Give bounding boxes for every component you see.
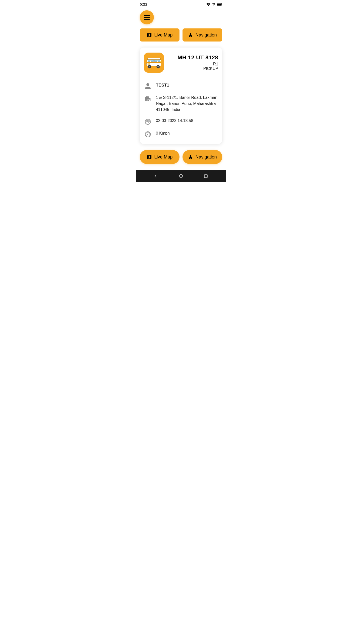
hamburger-icon	[144, 15, 150, 20]
vehicle-route: R1	[168, 62, 218, 66]
svg-rect-18	[160, 61, 161, 62]
battery-icon	[217, 3, 222, 6]
svg-rect-19	[146, 64, 147, 65]
top-live-map-button[interactable]: Live Map	[140, 28, 179, 42]
status-time: 5:22	[140, 2, 147, 6]
svg-rect-4	[144, 17, 150, 18]
speed-icon-wrap	[144, 131, 152, 138]
svg-rect-3	[144, 15, 150, 16]
driver-name: TEST1	[156, 82, 218, 89]
address-text: 1 & S-112/1, Baner Road, Laxman Nagar, B…	[156, 95, 218, 113]
home-button[interactable]	[178, 173, 184, 179]
bus-icon-wrapper	[144, 53, 164, 73]
svg-rect-13	[147, 62, 161, 63]
driver-row: TEST1	[144, 82, 218, 90]
svg-rect-27	[204, 175, 207, 178]
svg-rect-5	[144, 19, 150, 20]
home-icon	[178, 174, 184, 179]
map-icon	[147, 32, 152, 38]
svg-rect-7	[147, 58, 160, 60]
vehicle-info: MH 12 UT 8128 R1 PICKUP	[168, 54, 218, 71]
speed-row: 0 Kmph	[144, 130, 218, 138]
top-navigation-label: Navigation	[195, 32, 217, 38]
menu-button[interactable]	[140, 10, 154, 24]
bottom-navigation-button[interactable]: Navigation	[183, 150, 222, 164]
building-icon-wrap	[144, 95, 152, 102]
recents-button[interactable]	[203, 173, 209, 179]
person-icon	[144, 83, 151, 90]
android-nav-bar	[136, 170, 226, 182]
svg-rect-2	[217, 3, 221, 5]
svg-point-17	[157, 66, 159, 67]
clock-icon	[144, 118, 151, 125]
svg-rect-9	[151, 60, 154, 62]
svg-rect-1	[222, 4, 222, 5]
bottom-live-map-button[interactable]: Live Map	[140, 150, 179, 164]
back-icon	[154, 174, 159, 179]
speed-text: 0 Kmph	[156, 130, 218, 136]
navigation-icon	[188, 32, 193, 38]
bus-illustration	[146, 55, 162, 71]
clock-icon-wrap	[144, 118, 152, 125]
top-navigation-button[interactable]: Navigation	[183, 28, 222, 42]
vehicle-card: MH 12 UT 8128 R1 PICKUP TEST1 1 & S-112/…	[140, 48, 222, 144]
recents-icon	[204, 174, 208, 178]
datetime-row: 02-03-2023 14:18:58	[144, 118, 218, 125]
svg-rect-8	[148, 60, 150, 62]
svg-point-26	[179, 174, 183, 178]
vehicle-type: PICKUP	[168, 66, 218, 71]
bottom-live-map-label: Live Map	[154, 154, 172, 160]
svg-point-15	[149, 66, 150, 67]
wifi-icon	[206, 3, 211, 6]
building-icon	[144, 95, 151, 102]
status-icons	[206, 3, 222, 6]
top-live-map-label: Live Map	[154, 32, 172, 38]
bottom-navigation-icon	[188, 154, 193, 160]
address-row: 1 & S-112/1, Baner Road, Laxman Nagar, B…	[144, 95, 218, 113]
signal-icon	[212, 3, 216, 6]
svg-line-25	[147, 134, 148, 134]
vehicle-number: MH 12 UT 8128	[168, 54, 218, 61]
menu-section	[136, 7, 226, 26]
card-header: MH 12 UT 8128 R1 PICKUP	[140, 48, 222, 78]
svg-line-22	[148, 122, 149, 122]
top-action-buttons: Live Map Navigation	[136, 26, 226, 46]
person-icon-wrap	[144, 83, 152, 90]
datetime-text: 02-03-2023 14:18:58	[156, 118, 218, 124]
speedometer-icon	[144, 131, 151, 138]
card-details: TEST1 1 & S-112/1, Baner Road, Laxman Na…	[140, 78, 222, 144]
status-bar: 5:22	[136, 0, 226, 7]
svg-rect-10	[154, 60, 157, 62]
bottom-navigation-label: Navigation	[195, 154, 217, 160]
bottom-map-icon	[147, 154, 152, 160]
back-button[interactable]	[153, 173, 159, 179]
bottom-action-buttons: Live Map Navigation	[136, 148, 226, 168]
